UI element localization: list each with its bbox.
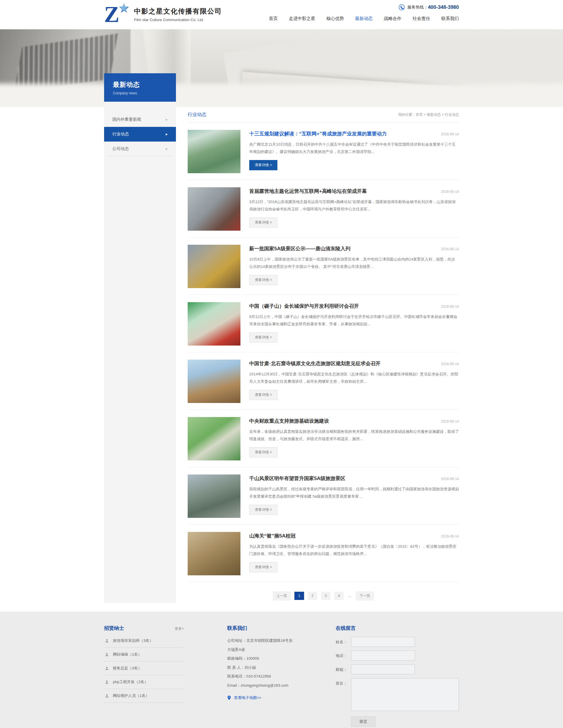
chevron-right-icon: ▶ [166, 133, 168, 136]
pagination-page-1[interactable]: 1 [295, 592, 304, 600]
view-detail-button[interactable]: 查看详情 > [249, 332, 277, 343]
news-title[interactable]: 十三五规划建议解读：“互联网+”将成旅游产业发展的重要动力 [249, 130, 387, 137]
message-label: 留言： [336, 678, 351, 711]
job-list-item[interactable]: php工程开发（2名） [104, 675, 184, 689]
name-label: 姓名： [336, 637, 351, 647]
job-label: php工程开发（2名） [113, 679, 148, 685]
news-date: 2016-06-14 [441, 305, 459, 309]
news-title[interactable]: 中国（碾子山）金长城保护与开发利用研讨会召开 [249, 303, 359, 309]
news-thumbnail[interactable] [188, 532, 240, 575]
nav-item-about[interactable]: 走进中影之星 [289, 16, 315, 23]
pagination-prev-button[interactable]: 上一页 [273, 591, 291, 601]
job-list-item[interactable]: 网站维护人员（1名） [104, 689, 184, 703]
news-summary: 央广网北京11月10日消息，日前召开的中共十八届五中全会审议通过了《中共中央关于… [249, 141, 459, 155]
news-item: 山海关“被”摘5A桂冠 2016-06-14 为认真贯彻落实《国务院办公厅关于进… [188, 525, 459, 582]
news-title[interactable]: 中央财政重点支持旅游基础设施建设 [249, 418, 329, 424]
sidebar-item-company-news[interactable]: 公司动态 ▶ [104, 142, 176, 156]
view-detail-button[interactable]: 查看详情 > [249, 447, 277, 457]
nav-item-contact[interactable]: 联系我们 [441, 16, 459, 23]
map-link[interactable]: 查看电子地图>> [227, 695, 315, 700]
job-list-item[interactable]: 旅游项目策划师（3名） [104, 634, 184, 648]
pagination-page-4[interactable]: 4 [334, 592, 344, 600]
sidebar-body: 国内外重要新闻 ▶ 行业动态 ▶ 公司动态 ▶ [104, 102, 176, 603]
sidebar-item-label: 国内外重要新闻 [112, 117, 141, 122]
news-summary: 我院规划的千山风景区，经过各级专家的严格评审和层层筛选，仅用一年时间，就顺利通过… [249, 486, 459, 500]
hero-banner [0, 29, 563, 107]
news-date: 2016-06-14 [441, 534, 459, 538]
news-thumbnail[interactable] [188, 360, 240, 403]
view-detail-button[interactable]: 查看详情 > [249, 275, 277, 285]
news-title[interactable]: 中国甘肃·北石窟寺镇原文化生态旅游区规划意见征求会召开 [249, 360, 381, 367]
view-detail-button[interactable]: 查看详情 > [249, 390, 277, 400]
footer-jobs-section: 招贤纳士 更多> 旅游项目策划师（3名） 网站编辑（1名） 财务总监（3名） [104, 625, 184, 727]
contact-address-line1: 公司地址：北京市朝阳区建国路16号东 [227, 636, 315, 645]
jobs-more-link[interactable]: 更多> [175, 626, 184, 631]
submit-button[interactable]: 提交 [351, 716, 376, 727]
pagination-ellipsis: … [348, 592, 352, 600]
view-detail-button[interactable]: 查看详情 > [249, 217, 277, 228]
person-icon [105, 666, 109, 671]
news-thumbnail[interactable] [188, 245, 240, 288]
nav-item-home[interactable]: 首页 [269, 16, 278, 23]
news-title[interactable]: 首届露营地主题化运营与互联网+高峰论坛在荣成开幕 [249, 188, 367, 195]
news-title[interactable]: 山海关“被”摘5A桂冠 [249, 533, 296, 539]
jobs-section-title: 招贤纳士 [104, 625, 124, 632]
pagination-page-3[interactable]: 3 [321, 592, 331, 600]
contact-address-line2: 方瑞景A座 [227, 645, 315, 654]
view-detail-button[interactable]: 查看详情 > [249, 505, 277, 515]
logo-mark-icon: Z ★ [104, 3, 130, 26]
job-list: 旅游项目策划师（3名） 网站编辑（1名） 财务总监（3名） php工程开发（2名… [104, 634, 184, 703]
news-title[interactable]: 千山风景区明年有望晋升国家5A级旅游景区 [249, 475, 346, 482]
company-logo[interactable]: Z ★ 中影之星文化传播有限公司 Film star Culture Commu… [104, 3, 222, 26]
company-name-zh: 中影之星文化传播有限公司 [134, 7, 222, 16]
sidebar-item-industry-news[interactable]: 行业动态 ▶ [104, 127, 176, 142]
person-icon [105, 639, 109, 643]
breadcrumb-row: 行业动态 我的位置：首页 > 最新动态 > 行业动态 [188, 107, 459, 123]
nav-item-news[interactable]: 最新动态 [355, 16, 373, 23]
news-title[interactable]: 新一批国家5A级景区公示——唐山清东陵入列 [249, 245, 351, 252]
hotline-number: 400-348-3980 [428, 4, 459, 10]
sidebar-item-domestic-news[interactable]: 国内外重要新闻 ▶ [104, 112, 176, 127]
sidebar-item-label: 公司动态 [112, 146, 129, 152]
message-field[interactable] [351, 678, 459, 711]
person-icon [105, 652, 109, 657]
pagination-page-2[interactable]: 2 [308, 592, 317, 600]
email-field[interactable] [351, 664, 415, 674]
company-name-en: Film star Culture Communication Co. Ltd. [134, 18, 222, 22]
job-label: 财务总监（3名） [113, 666, 142, 671]
sidebar-menu: 国内外重要新闻 ▶ 行业动态 ▶ 公司动态 ▶ [104, 112, 176, 156]
site-header: Z ★ 中影之星文化传播有限公司 Film star Culture Commu… [0, 0, 563, 29]
news-thumbnail[interactable] [188, 187, 240, 231]
name-field[interactable] [351, 637, 415, 647]
news-summary: 2014年12月30日，中国甘肃·北石窟寺镇原文化生态旅游区《总体规划》和《核心… [249, 371, 459, 385]
nav-item-cooperation[interactable]: 战略合作 [384, 16, 402, 23]
message-form: 姓名： 电话： 邮箱： 留言： 提交 [336, 637, 459, 727]
news-thumbnail[interactable] [188, 302, 240, 346]
breadcrumb[interactable]: 我的位置：首页 > 最新动态 > 行业动态 [398, 112, 459, 117]
news-thumbnail[interactable] [188, 474, 240, 518]
news-date: 2016-06-14 [441, 362, 459, 366]
phone-field[interactable] [351, 651, 415, 661]
sidebar-subtitle: Company news [113, 91, 167, 95]
nav-item-responsibility[interactable]: 社会责任 [413, 16, 430, 23]
nav-item-advantage[interactable]: 核心优势 [327, 16, 344, 23]
news-thumbnail[interactable] [188, 130, 240, 173]
page-title: 行业动态 [188, 112, 206, 118]
pagination-next-button[interactable]: 下一页 [356, 591, 374, 601]
news-item: 中央财政重点支持旅游基础设施建设 2016-06-14 近年来，各级政府认真贯彻… [188, 410, 459, 467]
service-hotline: 服务热线： 400-348-3980 [399, 4, 459, 11]
person-icon [105, 694, 109, 698]
news-date: 2016-06-14 [441, 132, 459, 136]
job-label: 旅游项目策划师（3名） [113, 638, 153, 643]
news-date: 2016-06-14 [441, 477, 459, 481]
pagination: 上一页 1 2 3 4 … 下一页 [188, 582, 459, 603]
job-list-item[interactable]: 财务总监（3名） [104, 661, 184, 675]
contact-info: 公司地址：北京市朝阳区建国路16号东 方瑞景A座 邮政编码：100005 联 系… [227, 636, 315, 690]
job-list-item[interactable]: 网站编辑（1名） [104, 648, 184, 661]
view-detail-button[interactable]: 查看详情 > [249, 562, 277, 572]
chevron-right-icon: ▶ [166, 118, 168, 121]
news-thumbnail[interactable] [188, 417, 240, 460]
view-detail-button[interactable]: 查看详情 > [249, 160, 277, 170]
sidebar: 最新动态 Company news 国内外重要新闻 ▶ 行业动态 ▶ 公司动态 … [104, 73, 176, 603]
job-label: 网站编辑（1名） [113, 652, 142, 657]
